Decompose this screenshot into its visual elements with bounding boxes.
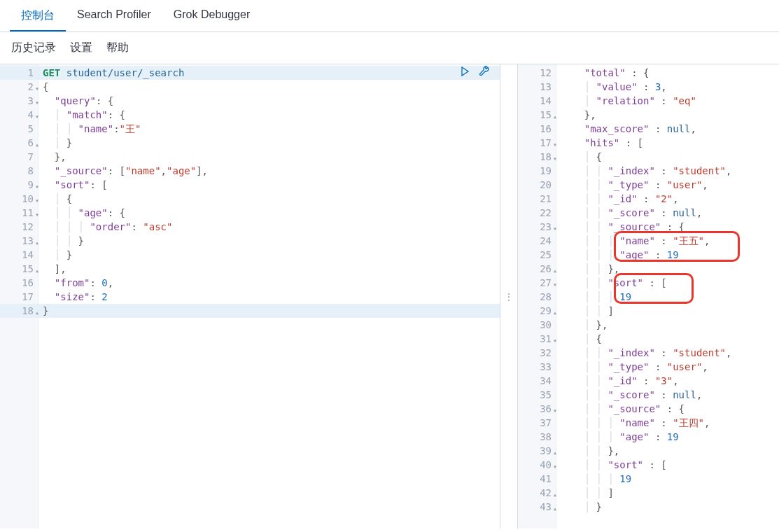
subnav-history[interactable]: 历史记录 — [11, 41, 56, 55]
top-tabs: 控制台 Search Profiler Grok Debugger — [0, 0, 779, 32]
code-line[interactable]: │ │ │ "name" : "王五", — [556, 234, 779, 248]
subnav-help[interactable]: 帮助 — [106, 41, 129, 55]
run-icon[interactable] — [459, 66, 472, 78]
code-line[interactable]: │ │ } — [38, 234, 500, 248]
drag-dots-icon: ⋮ — [504, 291, 514, 302]
code-line[interactable]: │ │ "age": { — [38, 206, 500, 220]
request-gutter: 12▾3▾4▾56▴789▾10▾11▾1213▴1415▴161718▴ — [0, 64, 38, 528]
code-line[interactable]: │ "relation" : "eq" — [556, 94, 779, 108]
code-line[interactable]: │ │ ] — [556, 304, 779, 318]
code-line[interactable]: │ │ │ "age" : 19 — [556, 430, 779, 444]
code-line[interactable]: │ │ │ 19 — [556, 290, 779, 304]
code-line[interactable]: │ { — [38, 192, 500, 206]
wrench-icon[interactable] — [479, 66, 491, 78]
code-line[interactable]: │ │ "_index" : "student", — [556, 346, 779, 360]
code-line[interactable]: │ │ "name":"王" — [38, 122, 500, 136]
code-line[interactable]: "query": { — [38, 94, 500, 108]
tab-search-profiler[interactable]: Search Profiler — [66, 0, 162, 31]
response-gutter: 12131415▴1617▾18▾1920212223▾242526▴27▾28… — [518, 64, 556, 528]
code-line[interactable]: │ } — [556, 500, 779, 514]
code-line[interactable]: │ │ "_score" : null, — [556, 206, 779, 220]
response-code[interactable]: "total" : { │ "value" : 3, │ "relation" … — [556, 64, 779, 528]
code-line[interactable]: │ │ }, — [556, 262, 779, 276]
request-actions — [459, 66, 491, 78]
code-line[interactable]: │ │ "_id" : "3", — [556, 374, 779, 388]
code-line[interactable]: │ │ "_source" : { — [556, 220, 779, 234]
code-line[interactable]: │ │ │ 19 — [556, 472, 779, 486]
editor-panels: 12▾3▾4▾56▴789▾10▾11▾1213▴1415▴161718▴ GE… — [0, 64, 779, 528]
code-line[interactable]: │ │ "_index" : "student", — [556, 164, 779, 178]
code-line[interactable]: │ "match": { — [38, 108, 500, 122]
subnav-settings[interactable]: 设置 — [70, 41, 92, 55]
code-line[interactable]: │ │ "sort" : [ — [556, 458, 779, 472]
code-line[interactable]: │ │ │ "order": "asc" — [38, 220, 500, 234]
code-line[interactable]: │ │ │ "name" : "王四", — [556, 416, 779, 430]
code-line[interactable]: │ { — [556, 150, 779, 164]
code-line[interactable]: │ │ ] — [556, 486, 779, 500]
code-line[interactable]: "_source": ["name","age"], — [38, 164, 500, 178]
code-line[interactable]: GET student/user/_search — [38, 66, 500, 80]
svg-marker-0 — [462, 67, 468, 76]
code-line[interactable]: │ │ "_score" : null, — [556, 388, 779, 402]
tab-grok-debugger[interactable]: Grok Debugger — [162, 0, 261, 31]
panel-resize-handle[interactable]: ⋮ — [500, 64, 518, 528]
code-line[interactable]: { — [38, 80, 500, 94]
code-line[interactable]: │ { — [556, 332, 779, 346]
response-viewer: 12131415▴1617▾18▾1920212223▾242526▴27▾28… — [518, 64, 779, 528]
code-line[interactable]: │ │ "_type" : "user", — [556, 178, 779, 192]
code-line[interactable]: } — [38, 304, 500, 318]
code-line[interactable]: │ │ "sort" : [ — [556, 276, 779, 290]
request-editor[interactable]: 12▾3▾4▾56▴789▾10▾11▾1213▴1415▴161718▴ GE… — [0, 64, 500, 528]
tab-console[interactable]: 控制台 — [10, 0, 66, 31]
code-line[interactable]: "max_score" : null, — [556, 122, 779, 136]
code-line[interactable]: │ } — [38, 136, 500, 150]
code-line[interactable]: │ │ "_source" : { — [556, 402, 779, 416]
code-line[interactable]: │ │ │ "age" : 19 — [556, 248, 779, 262]
code-line[interactable]: │ }, — [556, 318, 779, 332]
code-line[interactable]: │ │ "_id" : "2", — [556, 192, 779, 206]
console-subnav: 历史记录 设置 帮助 — [0, 32, 779, 64]
code-line[interactable]: │ "value" : 3, — [556, 80, 779, 94]
code-line[interactable]: │ } — [38, 248, 500, 262]
code-line[interactable]: "sort": [ — [38, 178, 500, 192]
code-line[interactable]: │ │ "_type" : "user", — [556, 360, 779, 374]
code-line[interactable]: "from": 0, — [38, 276, 500, 290]
code-line[interactable]: ], — [38, 262, 500, 276]
code-line[interactable]: │ │ }, — [556, 444, 779, 458]
code-line[interactable]: }, — [38, 150, 500, 164]
code-line[interactable]: }, — [556, 108, 779, 122]
code-line[interactable]: "hits" : [ — [556, 136, 779, 150]
code-line[interactable]: "size": 2 — [38, 290, 500, 304]
code-line[interactable]: "total" : { — [556, 66, 779, 80]
request-code[interactable]: GET student/user/_search{ "query": { │ "… — [38, 64, 500, 528]
